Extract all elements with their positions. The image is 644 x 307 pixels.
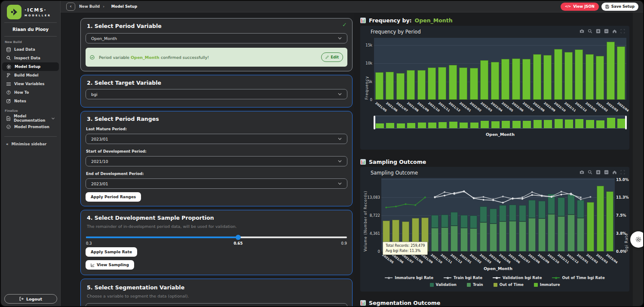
target-variable-value: bgi bbox=[86, 92, 98, 97]
start-dev-period-label: Start of Development Period: bbox=[86, 149, 147, 154]
tooltip-avg-rate: Avg bgi Rate: 11.3% bbox=[386, 249, 425, 254]
sidebar-item-label: Inspect Data bbox=[14, 56, 40, 60]
y-tick-label: 10k bbox=[360, 61, 372, 65]
freq-rangeslider[interactable] bbox=[374, 116, 626, 129]
line-marker bbox=[531, 191, 533, 193]
legend-square-swatch bbox=[430, 283, 434, 287]
section-title: 2. Select Target Variable bbox=[81, 75, 352, 86]
sidebar-item-model-documentation[interactable]: Model Documentation bbox=[2, 114, 59, 123]
frequency-bar bbox=[438, 67, 446, 100]
left-tick-label: 13,083 bbox=[361, 195, 380, 200]
svg-text:?: ? bbox=[8, 91, 9, 94]
rangeslider-mini-bar bbox=[397, 123, 405, 128]
segmentation-variable-dropdown[interactable]: SEGMENT bbox=[86, 303, 347, 307]
home-icon[interactable] bbox=[612, 29, 617, 34]
end-dev-period-value: 2023/01 bbox=[86, 181, 108, 186]
camera-icon[interactable] bbox=[580, 29, 584, 34]
line-marker bbox=[434, 196, 435, 198]
home-icon[interactable] bbox=[612, 170, 617, 175]
breadcrumb-separator-icon: › bbox=[103, 4, 104, 9]
period-variable-dropdown[interactable]: Open_Month bbox=[86, 33, 347, 43]
start-dev-period-dropdown[interactable]: 2021/10 bbox=[86, 156, 347, 166]
frequency-chart-card: Frequency by Period Frequency 2021/05202… bbox=[360, 26, 629, 150]
collapse-icon: « bbox=[6, 142, 9, 146]
settings-fab-button[interactable] bbox=[630, 231, 644, 248]
section-description: Choose a variable to segment the data (o… bbox=[81, 291, 352, 298]
frequency-bar bbox=[617, 46, 625, 100]
legend-item-validation-bgi-rate[interactable]: Validation bgi Rate bbox=[493, 276, 542, 280]
legend-item-immature-bgi-rate[interactable]: Immature bgi Rate bbox=[385, 276, 433, 280]
sidebar-item-inspect-data[interactable]: Inspect Data bbox=[2, 54, 59, 62]
legend-item-immature[interactable]: Immature bbox=[534, 282, 560, 287]
note-icon bbox=[6, 99, 11, 103]
segmentation-header-label: Segmentation Outcome bbox=[369, 300, 440, 306]
back-button[interactable]: ‹ bbox=[66, 3, 75, 11]
target-variable-dropdown[interactable]: bgi bbox=[86, 89, 347, 99]
rangeslider-mini-bar bbox=[491, 121, 500, 128]
sidebar-item-label: Model Documentation bbox=[14, 114, 48, 123]
charts-panel: Frequency by: Open_Month Frequency by Pe… bbox=[354, 12, 644, 307]
autoscale-icon[interactable] bbox=[620, 29, 625, 34]
legend-item-train-bgi-rate[interactable]: Train bgi Rate bbox=[444, 276, 482, 280]
gear-icon bbox=[635, 236, 642, 243]
plotly-modebar bbox=[580, 29, 625, 34]
frequency-bar bbox=[491, 62, 499, 100]
frequency-bar bbox=[417, 70, 426, 100]
zoom-out-icon[interactable] bbox=[604, 29, 609, 34]
freq-plot bbox=[374, 38, 626, 100]
legend-item-validation[interactable]: Validation bbox=[430, 282, 457, 287]
apply-period-ranges-button[interactable]: Apply Period Ranges bbox=[86, 192, 141, 202]
frequency-bar bbox=[533, 54, 541, 100]
rangeslider-handle-left[interactable] bbox=[374, 116, 375, 129]
legend-square-swatch bbox=[534, 283, 538, 287]
apply-sample-rate-button[interactable]: Apply Sample Rate bbox=[86, 247, 137, 257]
rangeslider-handle-right[interactable] bbox=[625, 116, 627, 129]
save-icon bbox=[605, 5, 609, 9]
sidebar-item-build-model[interactable]: Build Model bbox=[2, 71, 59, 80]
line-marker bbox=[444, 195, 445, 196]
slider-handle[interactable] bbox=[236, 235, 241, 240]
sidebar-item-model-setup[interactable]: Model Setup bbox=[2, 62, 59, 71]
zoom-icon[interactable] bbox=[588, 29, 592, 34]
edit-button[interactable]: Edit bbox=[321, 52, 343, 62]
zoom-icon[interactable] bbox=[588, 170, 592, 175]
last-mature-period-dropdown[interactable]: 2023/01 bbox=[86, 134, 347, 144]
minimise-sidebar-button[interactable]: « Minimise sidebar bbox=[1, 137, 60, 146]
y-tick-label: 5k bbox=[360, 80, 372, 84]
x-tick-label: 2023/04 bbox=[616, 101, 629, 113]
legend-label: Train bgi Rate bbox=[454, 276, 482, 280]
line-marker bbox=[444, 191, 445, 193]
sidebar-item-load-data[interactable]: Load Data bbox=[2, 45, 59, 54]
slider-value-label: 0.65 bbox=[233, 241, 242, 246]
save-setup-button[interactable]: Save Setup bbox=[601, 3, 638, 11]
model-setup-form: 1. Select Period Variable ✓ Open_Month P… bbox=[61, 12, 354, 307]
pencil-icon bbox=[325, 55, 329, 59]
sidebar-item-how-to[interactable]: ? How To bbox=[2, 88, 59, 97]
frequency-bar bbox=[586, 54, 594, 100]
legend-item-out-of-time[interactable]: Out of Time bbox=[494, 282, 524, 287]
right-tick-label: 15.0% bbox=[616, 178, 629, 182]
user-name: Riaan du Plooy bbox=[1, 23, 60, 36]
sidebar-item-view-variables[interactable]: View Variables bbox=[2, 80, 59, 88]
legend-item-train[interactable]: Train bbox=[467, 282, 483, 287]
save-setup-label: Save Setup bbox=[611, 4, 635, 9]
view-sampling-button[interactable]: View Sampling bbox=[86, 260, 134, 270]
zoom-in-icon[interactable] bbox=[596, 170, 601, 175]
zoom-out-icon[interactable] bbox=[604, 170, 609, 175]
camera-icon[interactable] bbox=[580, 170, 584, 175]
view-json-button[interactable]: </> View JSON bbox=[561, 3, 599, 11]
legend-item-out-of-time-bgi-rate[interactable]: Out of Time bgi Rate bbox=[552, 276, 604, 280]
left-tick-label: 4,361 bbox=[361, 231, 380, 236]
autoscale-icon[interactable] bbox=[620, 170, 625, 175]
sidebar-item-notes[interactable]: Notes bbox=[2, 97, 59, 105]
logout-button[interactable]: Logout bbox=[4, 294, 57, 304]
section-select-period-ranges: 3. Select Period Ranges Last Mature Peri… bbox=[80, 111, 353, 206]
sidebar-item-model-promotion[interactable]: Model Promotion bbox=[2, 123, 59, 131]
line-marker bbox=[502, 202, 504, 203]
rangeslider-mini-bar bbox=[502, 121, 510, 128]
zoom-in-icon[interactable] bbox=[596, 29, 601, 34]
breadcrumb-new-build[interactable]: New Build bbox=[79, 4, 100, 9]
line-marker bbox=[473, 197, 475, 199]
frequency-bar bbox=[543, 55, 552, 100]
end-dev-period-dropdown[interactable]: 2023/01 bbox=[86, 178, 347, 189]
